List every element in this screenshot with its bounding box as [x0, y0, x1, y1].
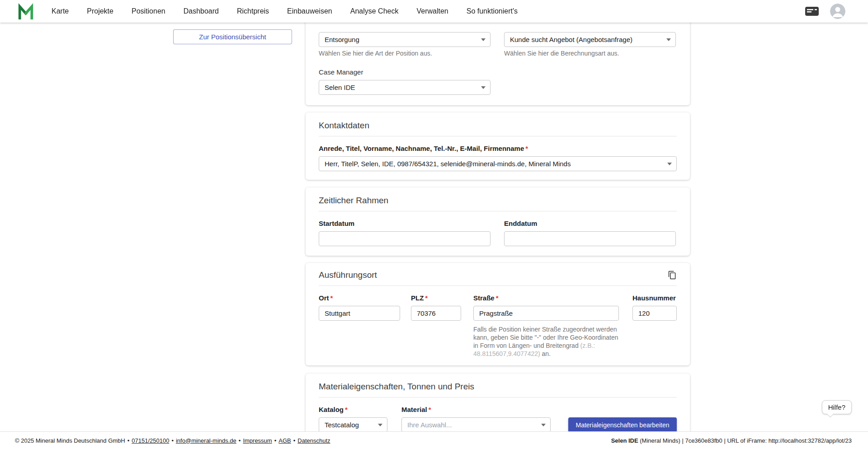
divider: [319, 136, 677, 136]
nav-item-einbauweisen[interactable]: Einbauweisen: [287, 0, 332, 23]
top-navbar: Karte Projekte Positionen Dashboard Rich…: [0, 0, 868, 23]
position-type-select[interactable]: Entsorgung: [319, 32, 491, 47]
chevron-down-icon: [666, 38, 671, 41]
mineral-minds-logo[interactable]: [17, 3, 34, 20]
enddate-label: Enddatum: [504, 220, 676, 228]
chevron-down-icon: [481, 86, 486, 89]
timeframe-card-title: Zeitlicher Rahmen: [319, 187, 677, 206]
strasse-label: Straße*: [473, 294, 619, 302]
impressum-link[interactable]: Impressum: [243, 437, 272, 444]
plz-label-text: PLZ: [411, 294, 424, 302]
contact-select-value: Herr, TitelP, Selen, IDE, 0987/654321, s…: [325, 160, 571, 168]
logo-icon: [17, 3, 34, 20]
required-asterisk: *: [429, 406, 431, 413]
separator: •: [171, 437, 174, 444]
phone-link[interactable]: 07151/250100: [132, 437, 169, 444]
nav-links: Karte Projekte Positionen Dashboard Rich…: [52, 0, 518, 23]
strasse-helper: Falls die Position keiner Straße zugeord…: [473, 325, 619, 358]
contact-card-title: Kontaktdaten: [319, 112, 677, 131]
position-type-value: Entsorgung: [325, 36, 359, 43]
nav-item-positionen[interactable]: Positionen: [132, 0, 165, 23]
required-asterisk: *: [330, 294, 333, 302]
strasse-input[interactable]: [473, 306, 619, 321]
contact-select[interactable]: Herr, TitelP, Selen, IDE, 0987/654321, s…: [319, 156, 677, 171]
separator: •: [239, 437, 241, 444]
session-details: (Mineral Minds) | 7ce360e83fb0 | URL of …: [638, 437, 852, 444]
material-card-title: Materialeigenschaften, Tonnen und Preis: [319, 374, 677, 392]
startdate-input[interactable]: [319, 231, 491, 246]
required-asterisk: *: [425, 294, 428, 302]
material-select[interactable]: Ihre Auswahl...: [401, 417, 551, 432]
position-type-helper: Wählen Sie hier die Art der Position aus…: [319, 50, 491, 57]
material-select-placeholder: Ihre Auswahl...: [407, 421, 452, 429]
strasse-label-text: Straße: [473, 294, 495, 302]
hausnummer-label: Hausnummer: [632, 294, 677, 302]
nav-item-karte[interactable]: Karte: [52, 0, 69, 23]
email-link[interactable]: info@mineral-minds.de: [176, 437, 236, 444]
ort-input[interactable]: [319, 306, 400, 321]
nav-item-so-funktionierts[interactable]: So funktioniert's: [467, 0, 518, 23]
calculation-type-helper: Wählen Sie hier die Berechnungsart aus.: [504, 50, 676, 57]
chevron-down-icon: [378, 424, 382, 426]
help-button[interactable]: Hilfe?: [822, 400, 852, 414]
separator: •: [127, 437, 130, 444]
material-label-text: Material: [401, 406, 427, 413]
plz-label: PLZ*: [411, 294, 461, 302]
separator: •: [293, 437, 296, 444]
edit-material-properties-button[interactable]: Materialeigenschaften bearbeiten: [568, 417, 677, 432]
calculation-type-value: Kunde sucht Angebot (Angebotsanfrage): [510, 36, 632, 43]
divider: [319, 397, 677, 398]
required-asterisk: *: [525, 145, 528, 152]
strasse-helper-main: Falls die Position keiner Straße zugeord…: [473, 326, 618, 349]
position-settings-card: Entsorgung Wählen Sie hier die Art der P…: [306, 17, 690, 105]
chevron-down-icon: [541, 424, 546, 426]
ort-label-text: Ort: [319, 294, 329, 302]
enddate-input[interactable]: [504, 231, 676, 246]
hausnummer-input[interactable]: [632, 306, 677, 321]
terminal-icon[interactable]: [805, 6, 819, 17]
case-manager-select[interactable]: Selen IDE: [319, 80, 491, 95]
copyright-text: © 2025 Mineral Minds Deutschland GmbH: [15, 437, 125, 444]
footer-left: © 2025 Mineral Minds Deutschland GmbH • …: [15, 437, 330, 444]
back-to-positions-button[interactable]: Zur Positionsübersicht: [173, 29, 292, 44]
nav-item-dashboard[interactable]: Dashboard: [184, 0, 219, 23]
material-label: Material*: [401, 406, 551, 414]
agb-link[interactable]: AGB: [278, 437, 291, 444]
katalog-select[interactable]: Testcatalog: [319, 417, 387, 432]
session-user: Selen IDE: [611, 437, 638, 444]
ort-label: Ort*: [319, 294, 400, 302]
required-asterisk: *: [345, 406, 348, 413]
plz-input[interactable]: [411, 306, 461, 321]
contact-field-label: Anrede, Titel, Vorname, Nachname, Tel.-N…: [319, 145, 677, 153]
nav-item-analyse-check[interactable]: Analyse Check: [350, 0, 399, 23]
contact-card: Kontaktdaten Anrede, Titel, Vorname, Nac…: [306, 112, 690, 180]
divider: [319, 285, 677, 286]
divider: [319, 211, 677, 211]
chevron-down-icon: [667, 163, 672, 165]
katalog-label-text: Katalog: [319, 406, 344, 413]
nav-item-richtpreis[interactable]: Richtpreis: [237, 0, 269, 23]
location-card-title: Ausführungsort: [319, 270, 377, 280]
case-manager-label: Case Manager: [319, 68, 677, 76]
datenschutz-link[interactable]: Datenschutz: [297, 437, 330, 444]
strasse-helper-end: an.: [540, 350, 551, 357]
katalog-select-value: Testcatalog: [325, 421, 359, 429]
separator: •: [274, 437, 277, 444]
timeframe-card: Zeitlicher Rahmen Startdatum Enddatum: [306, 187, 690, 256]
copy-icon[interactable]: [668, 271, 677, 280]
case-manager-value: Selen IDE: [325, 84, 355, 91]
nav-item-projekte[interactable]: Projekte: [87, 0, 113, 23]
required-asterisk: *: [496, 294, 499, 302]
user-avatar[interactable]: [830, 4, 845, 19]
contact-field-label-text: Anrede, Titel, Vorname, Nachname, Tel.-N…: [319, 145, 524, 152]
nav-item-verwalten[interactable]: Verwalten: [416, 0, 448, 23]
katalog-label: Katalog*: [319, 406, 387, 414]
navbar-right: [805, 4, 845, 19]
session-info: Selen IDE (Mineral Minds) | 7ce360e83fb0…: [611, 437, 852, 444]
chevron-down-icon: [481, 38, 486, 41]
calculation-type-select[interactable]: Kunde sucht Angebot (Angebotsanfrage): [504, 32, 676, 47]
person-icon: [830, 4, 845, 19]
footer: © 2025 Mineral Minds Deutschland GmbH • …: [0, 431, 868, 449]
startdate-label: Startdatum: [319, 220, 491, 228]
location-card: Ausführungsort Ort* PLZ* Straße*: [306, 263, 690, 365]
